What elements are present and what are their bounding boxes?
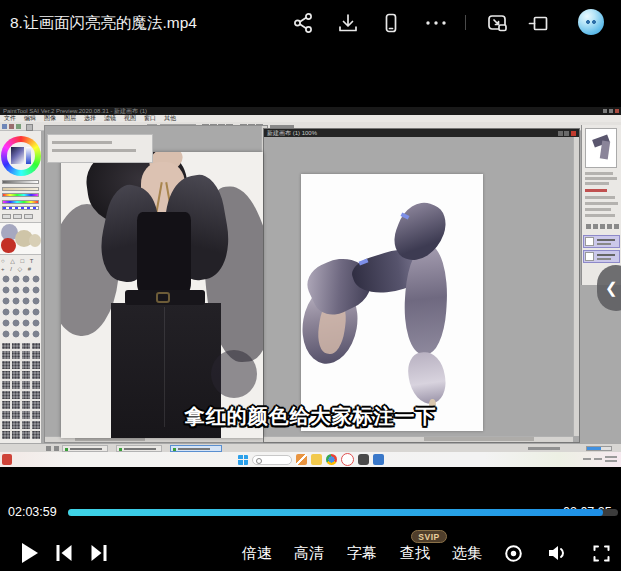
phone-mirror-icon[interactable] [380, 12, 402, 34]
photo-cuff [211, 350, 257, 398]
windows-start-icon [238, 455, 248, 465]
fullscreen-icon[interactable] [591, 535, 611, 571]
layer-row-selected [583, 235, 620, 248]
video-frame[interactable]: PaintTool SAI Ver.2 Preview.2020.08.31 -… [0, 107, 621, 467]
floating-toolbar [47, 134, 153, 163]
sai-window-titlebar: PaintTool SAI Ver.2 Preview.2020.08.31 -… [0, 107, 621, 115]
screenshot-pip-icon[interactable] [486, 12, 508, 34]
progress-bar[interactable] [68, 509, 618, 516]
progress-fill [68, 509, 603, 516]
canvas2-vscrollbar [573, 137, 579, 436]
current-time: 02:03:59 [8, 505, 57, 519]
taskbar-tab [116, 445, 162, 452]
dock-window-icon[interactable] [527, 12, 549, 34]
sai-canvas-reference [44, 125, 268, 443]
brush-grid [1, 274, 41, 340]
taskbar-tab-active [170, 445, 222, 452]
pen-app-icon [296, 454, 307, 465]
app-icon [358, 454, 369, 465]
sai-menubar: 文件编辑 图像图层 选择滤镜 视图窗口 其他 [0, 115, 621, 122]
navigator-thumbnail [585, 128, 617, 168]
canvas2-hscrollbar [264, 436, 573, 442]
photo-vest [137, 212, 191, 298]
windows-taskbar [0, 452, 621, 467]
app-icon [373, 454, 384, 465]
recording-app-icon [341, 453, 354, 466]
download-icon[interactable] [337, 12, 359, 34]
user-avatar[interactable] [578, 9, 604, 35]
canvas2-titlebar: 新建画布 (1) 100% [264, 129, 579, 137]
layer-row [583, 250, 620, 263]
audio-mode-icon[interactable] [502, 535, 524, 571]
reference-photo [61, 152, 263, 438]
color-sliders [2, 180, 39, 213]
control-bar: 倍速 高清 字幕 查找 选集 [0, 535, 621, 571]
volume-icon[interactable] [545, 535, 569, 571]
sai-close-button [615, 109, 619, 113]
system-tray [583, 456, 617, 463]
sai-statusbar [0, 443, 621, 452]
subtitles-button[interactable]: 字幕 [345, 535, 379, 571]
taskbar-app-icon [2, 454, 12, 465]
subtitle-text: 拿红的颜色给大家标注一下 [0, 403, 621, 430]
side-panel-handle[interactable]: ❮ [597, 265, 621, 311]
sai-canvas-painting: 新建画布 (1) 100% [263, 128, 580, 443]
color-scratchpad [0, 222, 41, 255]
video-title: 8.让画面闪亮亮的魔法.mp4 [10, 13, 197, 34]
scratch-red [1, 238, 16, 253]
tool-icons: ○ △ □ T + / ◇ # [1, 257, 41, 273]
color-wheel [1, 136, 41, 176]
taskbar-tab [62, 445, 108, 452]
previous-episode-button[interactable] [53, 535, 75, 571]
painting-cuff [406, 350, 449, 407]
quality-button[interactable]: 高清 [292, 535, 326, 571]
topbar-divider [465, 15, 466, 30]
share-icon[interactable] [292, 12, 314, 34]
next-episode-button[interactable] [88, 535, 110, 571]
status-progress [586, 446, 612, 451]
browser-icon [326, 454, 337, 465]
episodes-button[interactable]: 选集 [450, 535, 484, 571]
svip-badge: SVIP [411, 530, 447, 543]
more-icon[interactable] [422, 12, 450, 34]
photo-belt-buckle [156, 292, 170, 303]
folder-icon [311, 454, 322, 465]
layer-mode-label [585, 189, 607, 192]
canvas2-close-button [571, 131, 576, 136]
scratch-beige-2 [29, 234, 41, 247]
video-player: 8.让画面闪亮亮的魔法.mp4 PaintTool SAI Ver.2 Prev… [0, 0, 621, 571]
painting-canvas [301, 174, 483, 431]
sai-color-tool-panel: ○ △ □ T + / ◇ # [0, 131, 42, 445]
play-button[interactable] [17, 535, 41, 571]
playback-speed-button[interactable]: 倍速 [240, 535, 274, 571]
sai-layers-panel [581, 125, 621, 285]
chevron-left-icon: ❮ [605, 279, 618, 297]
taskbar-search [252, 455, 292, 465]
